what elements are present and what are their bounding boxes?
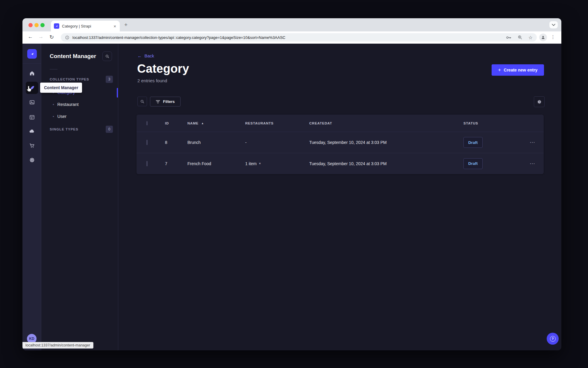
view-settings-button[interactable] — [534, 96, 545, 107]
nav-content-type-builder-button[interactable] — [26, 111, 38, 123]
filters-button[interactable]: Filters — [150, 97, 181, 107]
browser-profile-icon[interactable] — [539, 34, 547, 41]
select-all-checkbox[interactable] — [147, 121, 147, 125]
create-new-entry-button[interactable]: + Create new entry — [492, 64, 544, 76]
nav-settings-button[interactable] — [26, 154, 38, 166]
window-minimize-button[interactable] — [34, 23, 39, 27]
nav-media-library-button[interactable] — [26, 96, 38, 108]
tab-search-button[interactable] — [549, 21, 558, 28]
zoom-in-icon[interactable] — [518, 35, 522, 40]
help-button[interactable]: ? — [547, 333, 559, 345]
search-icon — [105, 54, 110, 59]
strapi-admin-app: KD Content Manager COLLECTION TYPES 3 • … — [22, 44, 561, 350]
sort-ascending-icon: ▲ — [201, 122, 204, 125]
pointer-cursor-icon — [26, 85, 33, 93]
sidebar-item-user[interactable]: • User — [42, 110, 118, 122]
cell-createdat: Tuesday, September 10, 2024 at 3:03 PM — [309, 161, 463, 166]
column-header-restaurants[interactable]: RESTAURANTS — [245, 121, 309, 125]
nav-home-button[interactable] — [26, 67, 38, 79]
url-text: localhost:1337/admin/content-manager/col… — [72, 35, 503, 40]
bookmark-star-icon[interactable]: ☆ — [528, 35, 533, 40]
entries-count: 2 entries found — [137, 78, 167, 83]
subnav-divider — [50, 69, 57, 69]
sidebar-item-restaurant[interactable]: • Restaurant — [42, 98, 118, 110]
home-icon — [29, 70, 35, 76]
gear-icon — [537, 99, 542, 104]
column-header-status[interactable]: STATUS — [463, 121, 521, 125]
browser-toolbar: ← → ↻ localhost:1337/admin/content-manag… — [22, 31, 561, 44]
tab-strip: Category | Strapi × + — [22, 18, 561, 31]
row-actions-menu-icon[interactable]: ⋯ — [521, 160, 544, 167]
window-maximize-button[interactable] — [40, 23, 45, 27]
strapi-favicon-icon — [54, 23, 59, 29]
address-bar[interactable]: localhost:1337/admin/content-manager/col… — [61, 33, 537, 42]
browser-menu-icon[interactable]: ⋮ — [551, 34, 555, 40]
main-content: ← Back Category 2 entries found + Create… — [119, 44, 561, 350]
browser-forward-button[interactable]: → — [38, 34, 43, 40]
shopping-cart-icon — [29, 143, 35, 149]
row-checkbox[interactable] — [147, 161, 147, 166]
active-item-indicator — [117, 88, 118, 98]
chevron-down-icon — [552, 24, 555, 26]
row-checkbox[interactable] — [147, 140, 147, 145]
tab-close-icon[interactable]: × — [113, 24, 117, 29]
content-manager-tooltip: Content Manager — [40, 83, 82, 93]
collection-types-label: COLLECTION TYPES — [50, 77, 89, 81]
column-header-name[interactable]: NAME ▲ — [187, 121, 245, 125]
column-header-createdat[interactable]: CREATEDAT — [309, 121, 463, 125]
column-header-id[interactable]: ID — [165, 121, 187, 125]
sidebar-item-label: User — [57, 114, 67, 119]
browser-window: Category | Strapi × + ← → ↻ localhost:13… — [22, 18, 561, 350]
bullet-icon: • — [53, 114, 54, 119]
gear-icon — [29, 157, 35, 163]
back-link[interactable]: ← Back — [137, 54, 154, 58]
rail-divider — [22, 63, 41, 64]
plus-icon: + — [498, 67, 501, 73]
cell-restaurants[interactable]: 1 item ▾ — [245, 161, 309, 166]
browser-back-button[interactable]: ← — [28, 34, 33, 40]
new-tab-button[interactable]: + — [124, 21, 128, 28]
cell-id: 8 — [165, 140, 187, 145]
password-key-icon[interactable] — [506, 35, 512, 40]
chevron-down-icon: ▾ — [259, 162, 261, 165]
back-label: Back — [145, 54, 154, 58]
collection-types-count-badge: 3 — [106, 76, 113, 83]
page-title: Category — [137, 62, 189, 75]
table-search-button[interactable] — [137, 97, 147, 106]
cell-createdat: Tuesday, September 10, 2024 at 3:03 PM — [309, 140, 463, 145]
filters-label: Filters — [163, 99, 175, 104]
table-row[interactable]: 8 Brunch - Tuesday, September 10, 2024 a… — [137, 132, 544, 153]
create-button-label: Create new entry — [504, 68, 538, 72]
single-types-label: SINGLE TYPES — [50, 127, 78, 131]
row-actions-menu-icon[interactable]: ⋯ — [521, 139, 544, 146]
cell-name: Brunch — [187, 140, 245, 145]
browser-reload-button[interactable]: ↻ — [49, 34, 54, 40]
filter-icon — [156, 100, 160, 104]
strapi-logo[interactable] — [27, 49, 37, 59]
site-info-icon[interactable] — [65, 35, 69, 40]
back-arrow-icon: ← — [137, 54, 142, 58]
tab-title: Category | Strapi — [62, 24, 110, 28]
window-close-button[interactable] — [28, 23, 33, 27]
status-badge: Draft — [463, 137, 483, 148]
subnav-search-button[interactable] — [102, 51, 112, 61]
nav-deploy-button[interactable] — [26, 125, 38, 137]
cell-restaurants: - — [245, 140, 309, 145]
nav-marketplace-button[interactable] — [26, 139, 38, 152]
single-types-count-badge: 0 — [106, 126, 113, 133]
content-type-builder-icon — [29, 114, 35, 120]
cell-id: 7 — [165, 161, 187, 166]
subnav-title: Content Manager — [50, 53, 96, 60]
table-header-row: ID NAME ▲ RESTAURANTS CREATEDAT STATUS — [137, 115, 544, 132]
sidebar-item-label: Restaurant — [57, 102, 79, 107]
status-badge: Draft — [463, 158, 483, 169]
search-icon — [140, 99, 145, 104]
browser-tab[interactable]: Category | Strapi × — [51, 21, 120, 31]
question-mark-icon: ? — [550, 336, 556, 342]
entries-table: ID NAME ▲ RESTAURANTS CREATEDAT STATUS 8… — [137, 115, 544, 174]
bullet-icon: • — [53, 102, 54, 107]
cloud-icon — [29, 128, 35, 134]
table-row[interactable]: 7 French Food 1 item ▾ Tuesday, Septembe… — [137, 153, 544, 174]
media-library-icon — [29, 99, 35, 105]
cell-name: French Food — [187, 161, 245, 166]
